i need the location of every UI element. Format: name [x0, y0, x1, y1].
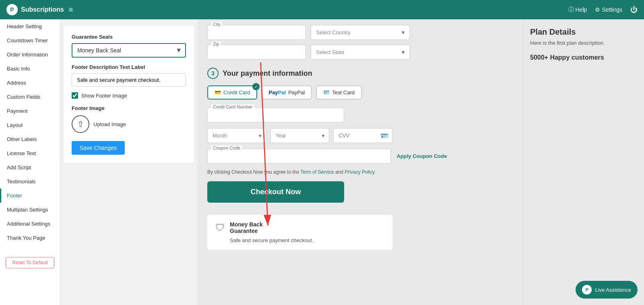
top-nav: P Subscriptions ≡ ⓘ Help ⚙ Settings ⏻	[0, 0, 644, 19]
help-circle-icon: ⓘ	[568, 6, 574, 13]
guarantee-seals-select[interactable]: Money Back Seal SSL Seal Security Seal	[72, 43, 186, 58]
sidebar-item-testimonials[interactable]: Testimonials	[0, 174, 60, 189]
footer-desc-label: Footer Description Text Label	[72, 64, 186, 70]
happy-customers: 5000+ Happy customers	[530, 54, 638, 61]
country-field: Select Country ▼	[311, 25, 409, 40]
terms-text: By clicking Checkout Now you agree to th…	[207, 169, 513, 175]
coupon-label: Coupon Code	[211, 145, 242, 150]
zip-field: Zip	[207, 45, 306, 60]
app-name: Subscriptions	[21, 6, 64, 13]
payment-tabs: 💳 Credit Card ✓ PayPal PayPal 🪪 Test Car…	[207, 85, 513, 100]
zip-input[interactable]	[207, 45, 306, 60]
card-number-field: Credit Card Number	[207, 108, 513, 122]
sidebar-item-basic-info[interactable]: Basic Info	[0, 62, 60, 76]
sidebar-item-address[interactable]: Address	[0, 76, 60, 90]
sidebar-item-multiplan-settings[interactable]: Multiplan Settings	[0, 203, 60, 217]
live-assistance-button[interactable]: P Live Assistance	[576, 281, 638, 299]
paypal-logo: PayPal	[268, 89, 286, 95]
live-assistance-label: Live Assistance	[595, 287, 631, 293]
sidebar-item-custom-fields[interactable]: Custom Fields	[0, 90, 60, 104]
cvv-field: 🪪	[333, 128, 392, 143]
sidebar-item-layout[interactable]: Layout	[0, 118, 60, 132]
coupon-field: Coupon Code Apply Coupon Code	[207, 149, 513, 164]
cvv-card-icon: 🪪	[380, 132, 388, 139]
panel-area: Guarantee Seals Money Back Seal SSL Seal…	[60, 19, 197, 305]
card-number-input[interactable]	[207, 108, 344, 122]
plan-details-desc: Here is the first plan description.	[530, 40, 638, 46]
footer-image-label: Footer Image	[72, 105, 186, 111]
hamburger-icon[interactable]: ≡	[69, 6, 73, 14]
state-select[interactable]: Select State	[311, 45, 409, 60]
show-footer-image-row: Show Footer Image	[72, 92, 186, 99]
coupon-input[interactable]	[207, 149, 391, 164]
paypal-label: PayPal	[288, 89, 305, 95]
reset-to-default-button[interactable]: Reset To Default	[6, 257, 54, 268]
city-label: City	[211, 22, 222, 27]
settings-icon: ⚙	[595, 6, 600, 13]
main-layout: Header Setting Countdown Timer Order Inf…	[0, 19, 644, 305]
month-select-wrapper: Month ▼	[207, 128, 266, 143]
logo-circle: P	[6, 4, 18, 15]
card-expiry-row: Month ▼ Year ▼ 🪪	[207, 128, 392, 143]
settings-link[interactable]: ⚙ Settings	[595, 6, 622, 13]
money-back-seal-card: 🛡 Money BackGuarantee Safe and secure pa…	[207, 215, 392, 250]
preview-content: City Select Country ▼ Zip	[199, 19, 521, 266]
payment-section-number: 3	[207, 68, 219, 79]
sidebar-item-payment[interactable]: Payment	[0, 104, 60, 118]
show-footer-image-checkbox[interactable]	[72, 92, 78, 99]
power-icon[interactable]: ⏻	[630, 6, 638, 14]
sidebar: Header Setting Countdown Timer Order Inf…	[0, 19, 60, 305]
test-card-icon: 🪪	[323, 89, 330, 95]
zip-row: Zip Select State ▼	[207, 45, 513, 60]
address-row: City Select Country ▼	[207, 25, 513, 40]
tab-credit-card[interactable]: 💳 Credit Card ✓	[207, 85, 257, 100]
upload-area: ⇧ Upload Image	[72, 115, 186, 133]
live-assistance-logo: P	[582, 285, 592, 295]
sidebar-item-license-text[interactable]: License Text	[0, 146, 60, 160]
sidebar-item-order-information[interactable]: Order Information	[0, 48, 60, 62]
sidebar-item-header-setting[interactable]: Header Setting	[0, 19, 60, 33]
sidebar-item-add-script[interactable]: Add Script	[0, 160, 60, 174]
sidebar-item-other-labels[interactable]: Other Labels	[0, 132, 60, 146]
privacy-policy-link[interactable]: Privacy Policy	[345, 169, 375, 175]
payment-section-title: Your payment information	[223, 69, 312, 78]
money-back-title: Money BackGuarantee	[230, 221, 263, 234]
money-back-header: 🛡 Money BackGuarantee	[215, 221, 384, 234]
tab-test-card[interactable]: 🪪 Test Card	[316, 85, 362, 100]
zip-label: Zip	[211, 41, 221, 46]
app-logo: P Subscriptions	[6, 4, 64, 15]
year-select[interactable]: Year	[270, 128, 330, 143]
city-field: City	[207, 25, 306, 40]
nav-right: ⓘ Help ⚙ Settings ⏻	[568, 6, 638, 14]
payment-section-header: 3 Your payment information	[207, 68, 513, 79]
shield-icon: 🛡	[215, 222, 225, 233]
upload-icon-button[interactable]: ⇧	[72, 115, 89, 133]
right-panel: Plan Details Here is the first plan desc…	[523, 19, 644, 305]
country-select[interactable]: Select Country	[311, 25, 409, 40]
help-link[interactable]: ⓘ Help	[568, 6, 587, 13]
sidebar-item-countdown-timer[interactable]: Countdown Timer	[0, 33, 60, 48]
save-changes-button[interactable]: Save Changes	[72, 141, 125, 155]
seal-select-wrapper: Money Back Seal SSL Seal Security Seal ▼	[72, 43, 186, 58]
guarantee-seals-label: Guarantee Seals	[72, 34, 186, 40]
plan-details-title: Plan Details	[530, 27, 638, 37]
city-input[interactable]	[207, 25, 306, 40]
terms-of-service-link[interactable]: Term of Service	[300, 169, 334, 175]
apply-coupon-button[interactable]: Apply Coupon Code	[396, 153, 447, 159]
footer-panel-card: Guarantee Seals Money Back Seal SSL Seal…	[64, 26, 194, 163]
sidebar-item-additional-settings[interactable]: Additional Settings	[0, 217, 60, 231]
month-select[interactable]: Month	[207, 128, 266, 143]
year-select-wrapper: Year ▼	[270, 128, 330, 143]
credit-card-icon: 💳	[215, 89, 221, 95]
upload-label: Upload Image	[93, 121, 126, 127]
state-field: Select State ▼	[311, 45, 409, 60]
credit-card-check-badge: ✓	[252, 83, 260, 90]
tab-paypal[interactable]: PayPal PayPal	[261, 85, 312, 100]
test-card-label: Test Card	[332, 89, 355, 95]
card-number-label: Credit Card Number	[211, 104, 254, 109]
footer-desc-input[interactable]	[72, 73, 186, 87]
sidebar-item-footer[interactable]: Footer	[0, 189, 60, 203]
checkout-now-button[interactable]: Checkout Now	[207, 181, 344, 203]
sidebar-item-thank-you-page[interactable]: Thank You Page	[0, 231, 60, 245]
money-back-desc: Safe and secure payment checkout.	[215, 237, 384, 243]
